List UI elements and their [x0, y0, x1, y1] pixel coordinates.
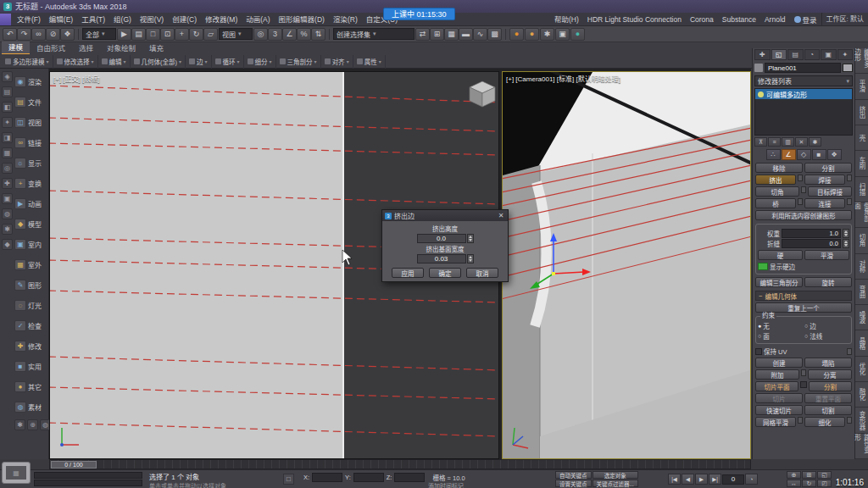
menu-item[interactable]: 编辑(E): [45, 13, 77, 26]
chamfer-settings-icon[interactable]: [801, 186, 806, 193]
smooth-button[interactable]: 平滑: [804, 250, 849, 260]
show-end-result-icon[interactable]: ≡: [768, 137, 781, 147]
menu-item[interactable]: 视图(V): [136, 13, 168, 26]
menu-item[interactable]: HDR Light Studio Connection: [583, 13, 686, 26]
material-editor-icon[interactable]: ●: [509, 28, 524, 41]
menu-item[interactable]: 修改器(M): [201, 13, 242, 26]
sidebar-mini-icon[interactable]: ◆: [2, 239, 13, 250]
angle-snap-icon[interactable]: ∠: [282, 28, 297, 41]
ribbon-button[interactable]: 边: [186, 55, 212, 69]
redo-icon[interactable]: ↷: [17, 28, 31, 41]
render-setup-icon[interactable]: ✱: [540, 28, 554, 41]
menu-item[interactable]: Substance: [718, 13, 760, 26]
align-icon[interactable]: ⊞: [430, 28, 444, 41]
curve-editor-icon[interactable]: ∿: [473, 28, 487, 41]
motion-tab-icon[interactable]: ◔: [804, 49, 821, 60]
split-checkbox[interactable]: [800, 381, 807, 388]
base-width-field[interactable]: 0.03: [417, 254, 466, 263]
extrude-button[interactable]: 挤出: [755, 175, 796, 185]
cut-button[interactable]: 切割: [804, 405, 852, 415]
weld-button[interactable]: 焊接: [804, 175, 845, 185]
ribbon-tab[interactable]: 对象绘制: [100, 42, 142, 54]
modifier-preset-button[interactable]: 倒角剖面: [855, 202, 868, 228]
turn-button[interactable]: 旋转: [804, 277, 852, 287]
object-color-icon[interactable]: [754, 64, 763, 72]
display-hard-edges-label[interactable]: 显示硬边: [770, 262, 795, 271]
chamfer-button[interactable]: 切角: [755, 186, 799, 197]
object-color-swatch[interactable]: [843, 64, 853, 72]
border-mode-icon[interactable]: ◇: [797, 149, 811, 160]
menu-item[interactable]: Corona: [686, 13, 718, 26]
selection-lock-icon[interactable]: □: [283, 474, 294, 485]
sidebar-extra-icon[interactable]: ✱: [14, 419, 25, 430]
select-and-link-icon[interactable]: ∞: [31, 28, 46, 41]
menu-item[interactable]: 工具(T): [77, 13, 109, 26]
sidebar-mini-icon[interactable]: ▤: [2, 86, 13, 97]
reference-coordinate-dropdown[interactable]: 视图: [219, 28, 253, 40]
menu-item[interactable]: 文件(F): [13, 13, 45, 26]
detach-button[interactable]: 分离: [808, 369, 852, 380]
create-button[interactable]: 创建: [755, 358, 803, 368]
ribbon-button[interactable]: 细分: [244, 55, 276, 69]
workspace-selector[interactable]: 工作区: 默认: [821, 13, 868, 26]
hard-edge-color-swatch[interactable]: [758, 263, 768, 270]
sidebar-mini-icon[interactable]: ▦: [2, 147, 13, 158]
modifier-stack[interactable]: 可编辑多边形: [754, 88, 853, 136]
bridge-button[interactable]: 桥: [755, 198, 796, 208]
crease-field[interactable]: 0.0: [782, 239, 841, 248]
bind-to-space-warp-icon[interactable]: ❖: [60, 28, 75, 41]
timeline-track[interactable]: 0 / 100: [49, 459, 751, 469]
msmooth-button[interactable]: 网格平滑: [755, 417, 796, 427]
object-name-field[interactable]: Plane001: [765, 63, 841, 73]
modifier-preset-button[interactable]: 优化: [855, 357, 868, 382]
select-object-icon[interactable]: ▶: [117, 28, 131, 41]
display-tab-icon[interactable]: ▣: [821, 49, 837, 60]
modifier-preset-button[interactable]: 编辑多边形: [855, 48, 868, 74]
ribbon-button[interactable]: 循环: [212, 55, 244, 69]
weight-spinner[interactable]: [843, 229, 849, 238]
tessellate-button[interactable]: 细化: [804, 417, 845, 427]
msmooth-settings-icon[interactable]: [798, 417, 803, 424]
sidebar-mini-icon[interactable]: ◨: [2, 132, 13, 143]
element-mode-icon[interactable]: ❖: [827, 149, 842, 160]
layer-manager-icon[interactable]: ▦: [444, 28, 459, 41]
compact-material-editor-icon[interactable]: ●: [525, 28, 539, 41]
modifier-preset-button[interactable]: 对称: [855, 254, 868, 280]
menu-item[interactable]: 动画(A): [242, 13, 274, 26]
spinner-snap-icon[interactable]: ⇅: [311, 28, 326, 41]
selection-filter-dropdown[interactable]: 全部: [82, 28, 116, 40]
select-and-rotate-icon[interactable]: ↻: [189, 28, 203, 41]
sidebar-mini-icon[interactable]: ✱: [2, 224, 13, 235]
constraint-face-radio[interactable]: 面: [758, 331, 803, 341]
menu-item[interactable]: 组(G): [109, 13, 136, 26]
time-tag-button[interactable]: 添加时间标记: [428, 481, 464, 488]
webcam-overlay[interactable]: ▦: [2, 462, 31, 484]
zoom-region-icon[interactable]: ◱: [817, 471, 832, 479]
sidebar-mini-icon[interactable]: ◧: [2, 102, 13, 113]
zoom-extents-icon[interactable]: ⊞: [802, 471, 816, 479]
zoom-icon[interactable]: ⊕: [787, 471, 801, 479]
create-tab-icon[interactable]: ✚: [754, 49, 771, 60]
constraint-edge-radio[interactable]: 边: [804, 321, 849, 330]
menu-item[interactable]: 渲染(R): [329, 13, 362, 26]
extrude-settings-icon[interactable]: [798, 175, 803, 181]
hierarchy-tab-icon[interactable]: ▤: [787, 49, 804, 60]
go-to-end-button[interactable]: ▶|: [709, 474, 721, 485]
reset-plane-button[interactable]: 重置平面: [804, 393, 852, 403]
modifier-preset-button[interactable]: 变形器: [855, 408, 868, 433]
select-and-move-icon[interactable]: +: [175, 28, 189, 41]
modify-tab-icon[interactable]: ◱: [771, 49, 787, 60]
menu-item[interactable]: 帮助(H): [550, 13, 583, 26]
collapse-button[interactable]: 塌陷: [804, 358, 852, 368]
sidebar-mini-icon[interactable]: ✚: [2, 178, 13, 189]
play-button[interactable]: ▶: [695, 474, 708, 485]
undo-icon[interactable]: ↶: [3, 28, 17, 41]
ribbon-tab[interactable]: 自由形式: [30, 42, 72, 54]
menu-item[interactable]: 图形编辑器(D): [275, 13, 329, 26]
modifier-preset-button[interactable]: 弯曲: [855, 280, 868, 305]
ribbon-button[interactable]: 几何体(全部): [131, 55, 186, 69]
sidebar-mini-icon[interactable]: ✦: [2, 117, 13, 128]
attach-button[interactable]: 附加: [755, 369, 799, 380]
bridge-settings-icon[interactable]: [798, 198, 803, 205]
unlink-selection-icon[interactable]: ⊘: [46, 28, 60, 41]
